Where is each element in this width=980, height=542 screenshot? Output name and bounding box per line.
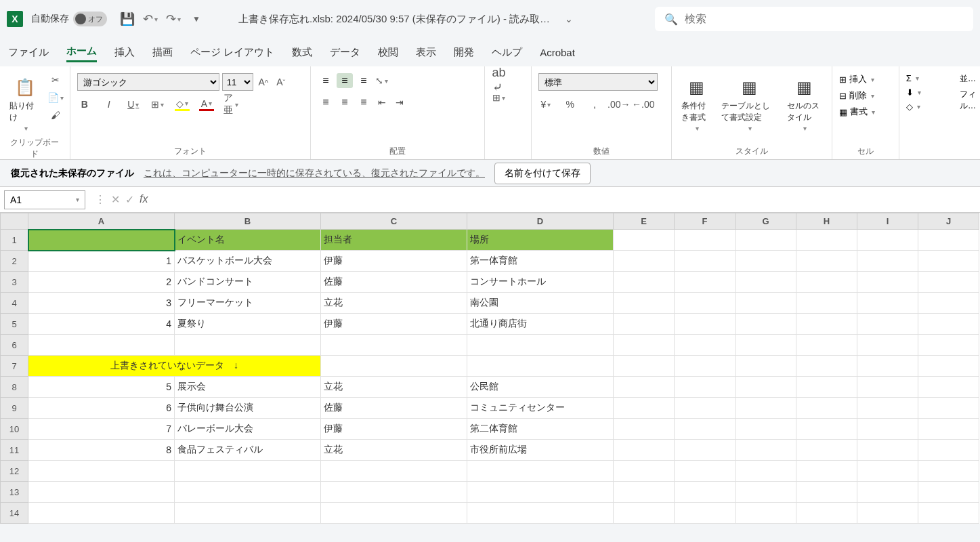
cell[interactable]: [796, 461, 857, 482]
decrease-font-icon[interactable]: Aˇ: [274, 75, 289, 89]
tab-draw[interactable]: 描画: [152, 43, 173, 62]
cell[interactable]: [675, 419, 736, 440]
cell[interactable]: 公民館: [467, 377, 614, 398]
cell[interactable]: [796, 272, 857, 293]
cell[interactable]: [736, 419, 796, 440]
cell[interactable]: [796, 503, 857, 524]
cell[interactable]: [675, 293, 736, 314]
chevron-down-icon[interactable]: ⌄: [565, 14, 573, 24]
cell[interactable]: [796, 314, 857, 335]
cell[interactable]: [918, 335, 979, 356]
cell[interactable]: 場所: [467, 230, 614, 251]
cell[interactable]: 4: [28, 314, 175, 335]
cell[interactable]: [675, 461, 736, 482]
cell[interactable]: [857, 335, 918, 356]
cell[interactable]: [857, 503, 918, 524]
cell[interactable]: [614, 356, 675, 377]
cell[interactable]: [736, 314, 796, 335]
cell[interactable]: [28, 503, 175, 524]
align-left-icon[interactable]: ≡: [318, 95, 334, 110]
cell[interactable]: [918, 356, 979, 377]
cell[interactable]: [675, 398, 736, 419]
col-header[interactable]: F: [675, 213, 736, 230]
increase-decimal-icon[interactable]: .00→: [612, 98, 626, 111]
font-color-icon[interactable]: A▾: [199, 98, 214, 111]
cell[interactable]: バレーボール大会: [175, 419, 321, 440]
number-format-select[interactable]: 標準: [538, 73, 658, 91]
tab-formulas[interactable]: 数式: [292, 43, 312, 62]
cell[interactable]: [614, 335, 675, 356]
cell[interactable]: [614, 419, 675, 440]
cell[interactable]: [321, 335, 467, 356]
cell[interactable]: 6: [28, 398, 175, 419]
row-header[interactable]: 10: [1, 419, 28, 440]
cell[interactable]: [675, 482, 736, 503]
tab-pagelayout[interactable]: ページ レイアウト: [190, 43, 274, 62]
col-header[interactable]: E: [614, 213, 675, 230]
cell[interactable]: 食品フェスティバル: [175, 440, 321, 461]
enter-icon[interactable]: ✓: [125, 193, 134, 206]
border-icon[interactable]: ⊞▾: [150, 98, 165, 111]
decrease-indent-icon[interactable]: ⇤: [375, 96, 389, 109]
cell[interactable]: [675, 377, 736, 398]
cut-icon[interactable]: ✂: [48, 73, 63, 87]
clear-button[interactable]: ◇▾: [906, 102, 920, 112]
row-header[interactable]: 3: [1, 272, 28, 293]
cell[interactable]: [321, 482, 467, 503]
cell[interactable]: [675, 440, 736, 461]
fill-button[interactable]: ⬇▾: [906, 87, 921, 98]
row-header[interactable]: 1: [1, 230, 28, 251]
redo-icon[interactable]: ↷▾: [167, 12, 180, 26]
cell[interactable]: [467, 503, 614, 524]
tab-file[interactable]: ファイル: [8, 43, 49, 62]
decrease-decimal-icon[interactable]: ←.00: [636, 98, 651, 111]
comma-icon[interactable]: ,: [587, 98, 602, 111]
cell[interactable]: [175, 335, 321, 356]
save-as-button[interactable]: 名前を付けて保存: [494, 163, 591, 184]
cell[interactable]: [796, 293, 857, 314]
conditional-format-button[interactable]: ▦条件付き書式▾: [679, 73, 715, 135]
cell[interactable]: [796, 419, 857, 440]
cell[interactable]: [918, 377, 979, 398]
cell[interactable]: [614, 377, 675, 398]
percent-icon[interactable]: %: [563, 98, 578, 111]
cell[interactable]: [857, 419, 918, 440]
cell[interactable]: 立花: [321, 440, 467, 461]
cell[interactable]: 伊藤: [321, 419, 467, 440]
wrap-text-icon[interactable]: ab⤶: [492, 73, 507, 87]
col-header[interactable]: D: [467, 213, 614, 230]
cell[interactable]: [736, 272, 796, 293]
cell[interactable]: [857, 356, 918, 377]
tab-review[interactable]: 校閲: [378, 43, 398, 62]
cell[interactable]: [796, 251, 857, 272]
cell[interactable]: [857, 230, 918, 251]
cell[interactable]: 展示会: [175, 377, 321, 398]
cell[interactable]: [918, 398, 979, 419]
tab-home[interactable]: ホーム: [66, 42, 97, 62]
cell[interactable]: [736, 482, 796, 503]
tab-data[interactable]: データ: [330, 43, 360, 62]
col-header[interactable]: B: [175, 213, 321, 230]
cell[interactable]: コミュニティセンター: [467, 398, 614, 419]
format-table-button[interactable]: ▦テーブルとして書式設定▾: [719, 73, 780, 135]
cell[interactable]: [467, 335, 614, 356]
col-header[interactable]: A: [28, 213, 175, 230]
align-top-icon[interactable]: ≡: [318, 73, 334, 88]
cell[interactable]: [614, 482, 675, 503]
cell[interactable]: [736, 293, 796, 314]
bold-button[interactable]: B: [77, 98, 92, 111]
increase-indent-icon[interactable]: ⇥: [392, 96, 407, 109]
cell[interactable]: [736, 503, 796, 524]
col-header[interactable]: H: [796, 213, 857, 230]
font-name-select[interactable]: 游ゴシック: [77, 73, 219, 91]
align-right-icon[interactable]: ≡: [356, 95, 372, 110]
cell[interactable]: 子供向け舞台公演: [175, 398, 321, 419]
col-header[interactable]: G: [736, 213, 796, 230]
currency-icon[interactable]: ¥▾: [538, 98, 553, 111]
name-box[interactable]: A1▾: [4, 190, 85, 209]
merge-icon[interactable]: ⊞▾: [492, 91, 507, 104]
row-header[interactable]: 11: [1, 440, 28, 461]
align-middle-icon[interactable]: ≡: [337, 73, 353, 88]
fill-color-icon[interactable]: ◇▾: [175, 98, 190, 111]
cell[interactable]: [321, 461, 467, 482]
